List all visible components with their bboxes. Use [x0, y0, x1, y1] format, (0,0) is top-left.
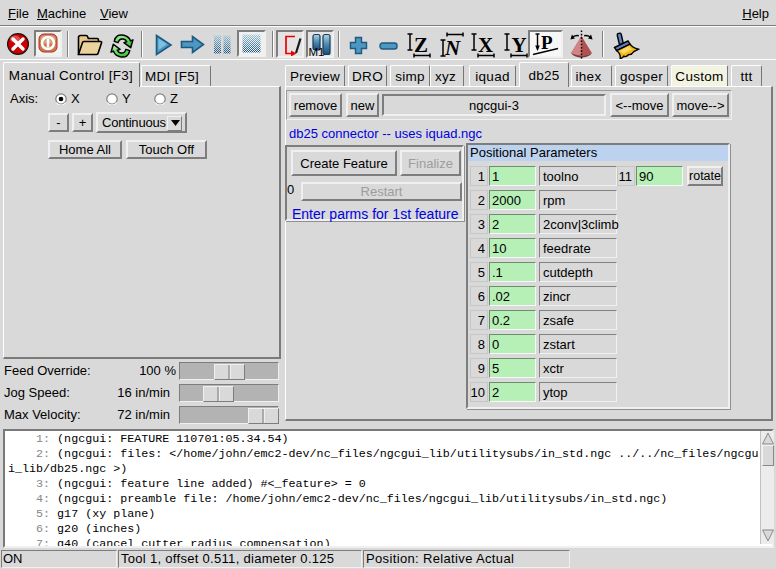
svg-text:N: N — [444, 36, 461, 58]
svg-text:M1: M1 — [309, 46, 325, 58]
svg-text:Z: Z — [414, 33, 428, 57]
svg-text:X: X — [478, 33, 493, 57]
svg-text:Y: Y — [512, 33, 527, 57]
svg-text:P: P — [541, 32, 553, 53]
